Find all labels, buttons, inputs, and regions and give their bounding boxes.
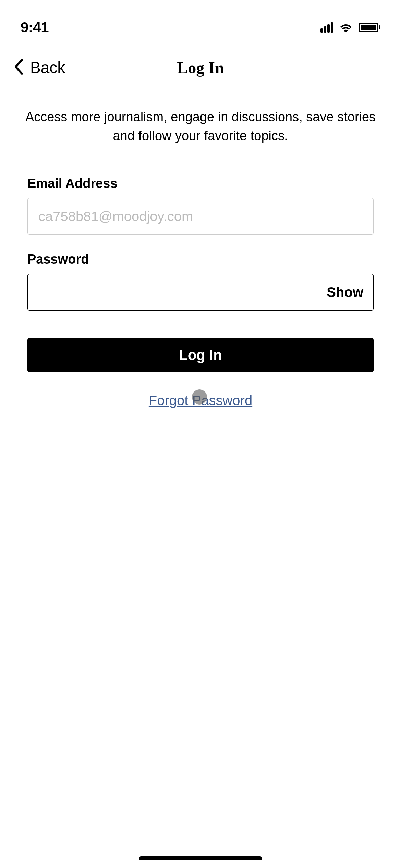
chevron-left-icon [14,59,23,76]
wifi-icon [339,21,353,34]
email-field[interactable] [27,198,374,235]
show-password-button[interactable]: Show [327,285,363,300]
email-label: Email Address [27,176,374,191]
back-button[interactable]: Back [14,58,65,77]
nav-bar: Back Log In [0,45,401,84]
status-bar: 9:41 [0,0,401,45]
cellular-signal-icon [320,22,333,33]
page-subtitle: Access more journalism, engage in discus… [0,84,401,149]
page-title: Log In [177,58,224,77]
email-form-group: Email Address [27,176,374,235]
home-indicator[interactable] [139,856,262,860]
back-label: Back [30,58,65,77]
battery-icon [359,23,380,32]
password-label: Password [27,252,374,267]
forgot-password-wrapper: Forgot Password [27,393,374,408]
password-form-group: Password Show [27,252,374,311]
login-button[interactable]: Log In [27,338,374,372]
status-time: 9:41 [21,19,49,36]
touch-indicator-icon [192,389,207,405]
status-icons [320,21,380,34]
password-field[interactable] [27,274,374,311]
login-form: Email Address Password Show Log In Forgo… [0,149,401,408]
